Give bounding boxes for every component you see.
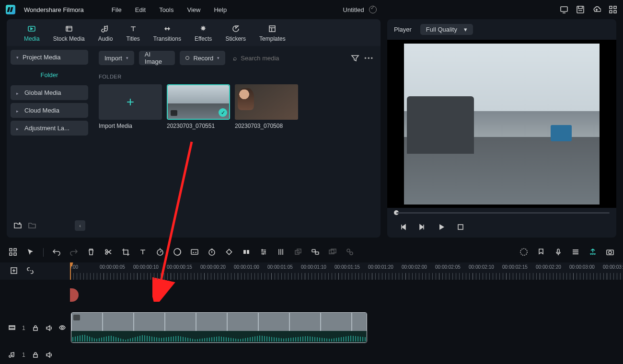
- folder-section-label: FOLDER: [99, 74, 374, 80]
- magnetic-button[interactable]: [588, 248, 597, 258]
- redo-button[interactable]: [69, 248, 78, 258]
- detach-button[interactable]: [242, 248, 251, 258]
- record-button[interactable]: Record▾: [180, 51, 225, 65]
- svg-rect-4: [610, 11, 612, 13]
- ruler-ticks[interactable]: 00:0000:00:00:0500:00:00:1000:00:00:1500…: [70, 262, 623, 280]
- screen-icon[interactable]: [560, 5, 568, 14]
- group-button[interactable]: [294, 248, 302, 258]
- quality-selector[interactable]: Full Quality ▾: [420, 24, 473, 35]
- marker-button[interactable]: [537, 248, 545, 258]
- menu-file[interactable]: File: [112, 6, 122, 13]
- timer-button[interactable]: [208, 248, 216, 258]
- save-icon[interactable]: [576, 5, 585, 14]
- visibility-icon[interactable]: [59, 324, 66, 332]
- adjust-button[interactable]: [259, 248, 268, 258]
- add-track-icon[interactable]: [10, 266, 18, 276]
- media-clip[interactable]: ✓ 20230703_070551: [167, 84, 230, 129]
- import-button[interactable]: Import▾: [99, 51, 134, 65]
- text-button[interactable]: [138, 248, 147, 258]
- more-options-button[interactable]: •••: [364, 55, 374, 62]
- link-toggle-icon[interactable]: [26, 266, 35, 276]
- menu-view[interactable]: View: [187, 6, 200, 13]
- sidebar-cloud-media[interactable]: Cloud Media: [11, 103, 88, 118]
- color-button[interactable]: [173, 248, 182, 258]
- delete-button[interactable]: [87, 248, 95, 258]
- cursor-icon[interactable]: [26, 248, 35, 258]
- split-button[interactable]: [104, 248, 113, 258]
- mute-icon[interactable]: [46, 324, 52, 332]
- next-frame-button[interactable]: [418, 223, 427, 233]
- link-button[interactable]: [311, 248, 320, 258]
- preview-canvas[interactable]: [387, 40, 616, 208]
- tab-transitions[interactable]: Transitions: [153, 23, 181, 42]
- svg-rect-3: [614, 6, 616, 9]
- audio-mixer-button[interactable]: [277, 248, 285, 258]
- upload-icon[interactable]: [592, 5, 601, 14]
- tab-stock-media[interactable]: Stock Media: [53, 23, 85, 42]
- stop-button[interactable]: [456, 223, 465, 233]
- tab-stickers[interactable]: Stickers: [225, 23, 246, 42]
- tab-audio[interactable]: Audio: [98, 23, 113, 42]
- tab-effects[interactable]: Effects: [195, 23, 212, 42]
- render-button[interactable]: [519, 248, 528, 258]
- svg-rect-38: [34, 328, 37, 330]
- audio-track-index: 1: [22, 352, 25, 358]
- scrub-track: [396, 212, 610, 214]
- voiceover-button[interactable]: [554, 248, 563, 258]
- prev-frame-button[interactable]: [399, 223, 407, 233]
- sidebar-folder[interactable]: Folder: [11, 68, 88, 82]
- timeline-clip[interactable]: [71, 312, 367, 343]
- ruler-mark: 00:00:00:10: [133, 264, 159, 270]
- speed-button[interactable]: [156, 248, 164, 258]
- media-clip[interactable]: 20230703_070508: [235, 84, 298, 129]
- chevron-right-icon: [16, 89, 21, 96]
- mixer-button[interactable]: [571, 248, 580, 258]
- menu-edit[interactable]: Edit: [135, 6, 146, 13]
- audio-marker-icon[interactable]: [70, 288, 79, 302]
- video-track-body[interactable]: [70, 308, 623, 348]
- project-title: Untitled: [343, 6, 364, 13]
- snapshot-button[interactable]: [606, 248, 614, 258]
- svg-point-16: [105, 252, 107, 254]
- caption-button[interactable]: [190, 248, 199, 258]
- media-toolbar: Import▾ AI Image Record▾ ⌕ •••: [99, 51, 374, 65]
- tab-templates[interactable]: Templates: [259, 23, 286, 42]
- play-button[interactable]: [437, 223, 446, 233]
- folder-icon[interactable]: [28, 221, 36, 231]
- chevron-down-icon: ▾: [126, 56, 128, 60]
- tab-titles[interactable]: Titles: [126, 23, 139, 42]
- cloud-sync-icon[interactable]: [369, 6, 377, 13]
- sidebar-global-media[interactable]: Global Media: [11, 85, 88, 100]
- timeline-ruler[interactable]: 00:0000:00:00:0500:00:00:1000:00:00:1500…: [0, 262, 623, 280]
- mask-button[interactable]: [328, 248, 337, 258]
- apps-icon[interactable]: [9, 248, 17, 258]
- menu-help[interactable]: Help: [214, 6, 227, 13]
- undo-button[interactable]: [52, 248, 61, 258]
- ai-image-button[interactable]: AI Image: [139, 51, 175, 65]
- menu-tools[interactable]: Tools: [159, 6, 173, 13]
- sidebar-adjustment-layer[interactable]: Adjustment La...: [11, 121, 88, 136]
- scrub-bar[interactable]: [387, 208, 616, 217]
- new-folder-icon[interactable]: [13, 221, 22, 231]
- playhead[interactable]: [70, 262, 71, 280]
- chevron-right-icon: [16, 125, 21, 132]
- lock-icon[interactable]: [32, 351, 39, 359]
- audio-track-body[interactable]: [70, 348, 623, 362]
- mute-icon[interactable]: [46, 351, 52, 359]
- collapse-sidebar-button[interactable]: ‹: [75, 220, 85, 231]
- crop-button[interactable]: [121, 248, 130, 258]
- ruler-mark: 00:00:02:10: [469, 264, 494, 270]
- track-button[interactable]: [346, 248, 354, 258]
- filter-icon[interactable]: [351, 54, 359, 62]
- keyframe-button[interactable]: [225, 248, 233, 258]
- import-media-tile[interactable]: + Import Media: [99, 84, 162, 129]
- dashboard-icon[interactable]: [609, 5, 617, 14]
- tab-media[interactable]: Media: [24, 23, 40, 42]
- lock-icon[interactable]: [32, 324, 39, 332]
- search-input[interactable]: [241, 55, 346, 62]
- spacer-row: [0, 280, 623, 308]
- sidebar-project-media[interactable]: ▾Project Media: [11, 50, 88, 65]
- audio-track-icon[interactable]: [9, 351, 15, 359]
- video-track-icon[interactable]: [9, 324, 15, 332]
- ruler-mark: 00:00:01:00: [234, 264, 259, 270]
